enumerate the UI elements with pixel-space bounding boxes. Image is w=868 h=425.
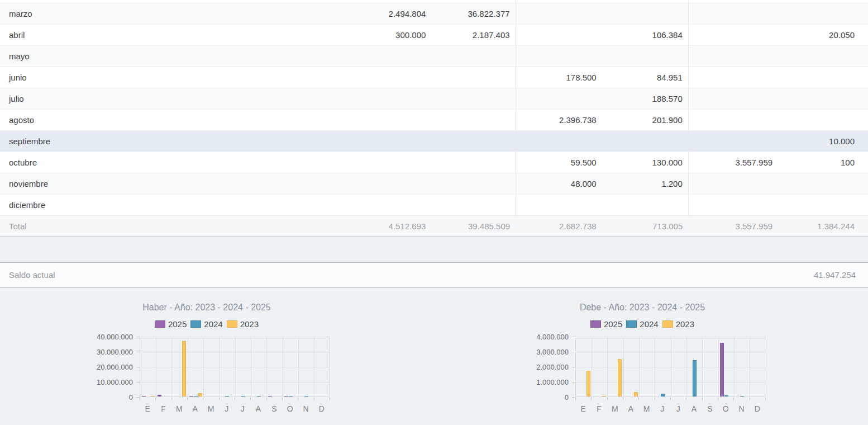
value-cell	[688, 3, 778, 24]
saldo-actual-label: Saldo actual	[9, 270, 55, 280]
grid-line	[671, 337, 671, 396]
bar-2024-O9	[724, 395, 728, 396]
table-row-junio[interactable]: junio178.50084.951	[0, 67, 868, 88]
value-cell	[431, 67, 516, 88]
x-tick-label: J	[218, 404, 235, 413]
x-tick-label: E	[139, 404, 156, 413]
x-tick-label: A	[187, 404, 203, 413]
table-row-mayo[interactable]: mayo	[0, 45, 868, 67]
bar-2024-O9	[289, 396, 293, 396]
table-row-agosto[interactable]: agosto2.396.738201.900	[0, 109, 868, 130]
table-row-diciembre[interactable]: diciembre	[0, 194, 868, 215]
x-tick-label: F	[591, 404, 608, 413]
legend-item-2025[interactable]: 2025	[590, 319, 622, 329]
value-cell: 3.557.959	[688, 152, 778, 173]
legend-item-2024[interactable]: 2024	[626, 319, 658, 329]
plot-area	[140, 337, 330, 397]
value-cell	[688, 194, 778, 215]
x-tick-mark	[686, 398, 686, 400]
month-cell: noviembre	[0, 173, 347, 194]
total-value-cell: 2.682.738	[516, 215, 602, 237]
value-cell: 2.187.403	[431, 24, 516, 45]
y-tick-mark	[136, 367, 140, 367]
bar-2025-F1	[158, 395, 161, 396]
x-tick-mark	[187, 398, 188, 400]
total-row: Total4.512.69339.485.5092.682.738713.005…	[0, 215, 868, 237]
table-row-abril[interactable]: abril300.0002.187.403106.38420.050	[0, 24, 868, 45]
value-cell	[431, 109, 516, 130]
value-cell	[688, 67, 778, 88]
bar-2025-A3	[189, 396, 193, 396]
x-tick-mark	[575, 398, 576, 400]
legend-swatch-icon	[227, 320, 237, 328]
plot-area	[575, 337, 765, 397]
x-tick-mark	[638, 398, 639, 400]
legend-item-2023[interactable]: 2023	[662, 319, 694, 329]
haber-chart: Haber - Año: 2023 - 2024 - 2025202520242…	[84, 288, 330, 421]
value-cell	[688, 130, 778, 152]
y-tick-mark	[136, 382, 140, 382]
x-tick-mark	[250, 398, 251, 400]
bar-2025-O9	[720, 343, 724, 396]
y-tick-mark	[572, 367, 575, 367]
table-row-septiembre[interactable]: septiembre10.000	[0, 130, 868, 152]
x-tick-mark	[203, 398, 203, 400]
x-tick-label: A	[686, 404, 703, 413]
bar-2024-N10	[304, 396, 308, 396]
grid-line	[623, 337, 624, 396]
legend-label: 2023	[676, 319, 694, 329]
value-cell: 10.000	[778, 130, 868, 152]
grid-line	[251, 337, 251, 396]
value-cell	[347, 67, 432, 88]
value-cell	[778, 45, 868, 67]
value-cell: 48.000	[516, 173, 602, 194]
legend-item-2023[interactable]: 2023	[227, 319, 259, 329]
value-cell	[431, 152, 516, 173]
grid-line	[702, 337, 703, 396]
bar-2023-A3	[634, 392, 638, 396]
x-tick-label: O	[282, 404, 298, 413]
value-cell	[347, 173, 432, 194]
x-tick-label: A	[250, 404, 267, 413]
grid-line	[188, 337, 188, 396]
bar-2025-S8	[268, 396, 272, 396]
value-cell	[347, 152, 432, 173]
legend-item-2025[interactable]: 2025	[155, 319, 187, 329]
value-cell	[778, 3, 868, 24]
value-cell	[778, 109, 868, 130]
month-cell: diciembre	[0, 194, 347, 215]
x-tick-label: M	[607, 404, 623, 413]
value-cell	[688, 45, 778, 67]
value-cell	[431, 130, 516, 152]
table-row-marzo[interactable]: marzo2.494.80436.822.377	[0, 3, 868, 24]
x-tick-label: J	[654, 404, 671, 413]
x-tick-mark	[733, 398, 734, 400]
x-tick-mark	[282, 398, 283, 400]
x-tick-label: N	[298, 404, 314, 413]
table-row-noviembre[interactable]: noviembre48.0001.200	[0, 173, 868, 194]
table-row-julio[interactable]: julio188.570	[0, 88, 868, 109]
value-cell	[516, 24, 602, 45]
legend-item-2024[interactable]: 2024	[190, 319, 222, 329]
total-label: Total	[0, 215, 347, 237]
grid-line	[235, 337, 236, 396]
bar-2024-A7	[257, 396, 261, 396]
value-cell: 2.494.804	[347, 3, 432, 24]
value-cell	[431, 45, 516, 67]
saldo-actual-row: Saldo actual 41.947.254	[0, 262, 868, 288]
value-cell: 2.396.738	[516, 109, 602, 130]
y-tick-label: 4.000.000	[519, 333, 569, 341]
y-tick-label: 0	[519, 394, 569, 401]
bar-2025-E0	[142, 396, 146, 396]
value-cell	[431, 88, 516, 109]
value-cell	[602, 3, 689, 24]
x-tick-label: S	[266, 404, 283, 413]
table-row-octubre[interactable]: octubre59.500130.0003.557.959100	[0, 152, 868, 173]
value-cell: 59.500	[516, 152, 602, 173]
x-tick-label: M	[171, 404, 188, 413]
y-tick-label: 3.000.000	[519, 348, 569, 356]
value-cell	[778, 194, 868, 215]
value-cell: 100	[778, 152, 868, 173]
value-cell: 20.050	[778, 24, 868, 45]
legend-label: 2025	[604, 319, 622, 329]
